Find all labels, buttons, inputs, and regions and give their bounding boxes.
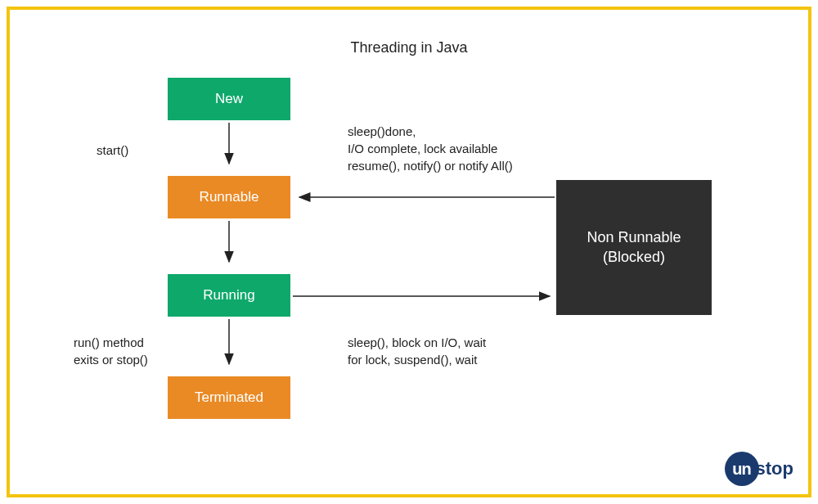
state-running: Running bbox=[168, 274, 290, 317]
state-new-label: New bbox=[215, 90, 243, 108]
state-runnable-label: Runnable bbox=[200, 188, 259, 206]
label-run-exit: run() method exits or stop() bbox=[74, 334, 148, 368]
label-block-conditions: sleep(), block on I/O, wait for lock, su… bbox=[348, 334, 486, 368]
state-terminated-label: Terminated bbox=[195, 389, 263, 407]
state-non-runnable-label: Non Runnable (Blocked) bbox=[587, 228, 681, 267]
state-non-runnable: Non Runnable (Blocked) bbox=[556, 180, 712, 315]
state-new: New bbox=[168, 78, 290, 120]
label-resume-conditions: sleep()done, I/O complete, lock availabl… bbox=[348, 123, 513, 174]
state-runnable: Runnable bbox=[168, 176, 290, 218]
logo: un stop bbox=[725, 452, 793, 486]
state-running-label: Running bbox=[203, 286, 254, 304]
diagram-title: Threading in Java bbox=[350, 39, 467, 56]
logo-circle: un bbox=[725, 452, 759, 486]
logo-text: stop bbox=[756, 458, 793, 479]
state-terminated: Terminated bbox=[168, 376, 290, 419]
label-start: start() bbox=[97, 142, 128, 159]
